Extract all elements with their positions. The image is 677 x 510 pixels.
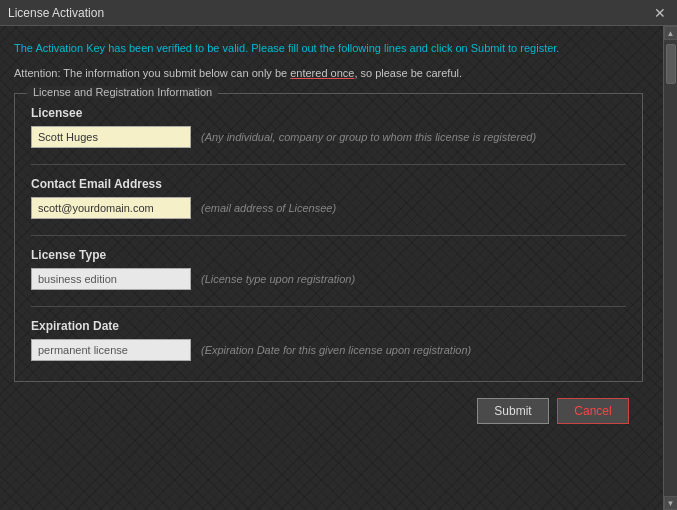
registration-box: License and Registration Information Lic… — [14, 93, 643, 382]
title-bar: License Activation ✕ — [0, 0, 677, 26]
licensee-row: (Any individual, company or group to who… — [31, 126, 626, 148]
email-label: Contact Email Address — [31, 177, 626, 191]
email-row: (email address of Licensee) — [31, 197, 626, 219]
reg-box-legend: License and Registration Information — [27, 86, 218, 98]
email-section: Contact Email Address (email address of … — [31, 177, 626, 219]
divider-1 — [31, 164, 626, 165]
license-type-section: License Type (License type upon registra… — [31, 248, 626, 290]
license-type-label: License Type — [31, 248, 626, 262]
expiration-section: Expiration Date (Expiration Date for thi… — [31, 319, 626, 361]
info-text: The Activation Key has been verified to … — [14, 40, 643, 57]
close-button[interactable]: ✕ — [651, 4, 669, 22]
licensee-label: Licensee — [31, 106, 626, 120]
attention-text: Attention: The information you submit be… — [14, 65, 643, 82]
expiration-input — [31, 339, 191, 361]
license-type-row: (License type upon registration) — [31, 268, 626, 290]
licensee-section: Licensee (Any individual, company or gro… — [31, 106, 626, 148]
scroll-down-arrow[interactable]: ▼ — [664, 496, 678, 510]
divider-2 — [31, 235, 626, 236]
cancel-button[interactable]: Cancel — [557, 398, 629, 424]
attention-suffix: , so please be careful. — [354, 67, 462, 79]
scroll-up-arrow[interactable]: ▲ — [664, 26, 678, 40]
expiration-hint: (Expiration Date for this given license … — [201, 344, 471, 356]
attention-prefix: Attention: The information you submit be… — [14, 67, 290, 79]
license-type-input — [31, 268, 191, 290]
licensee-input[interactable] — [31, 126, 191, 148]
scrollbar-thumb[interactable] — [666, 44, 676, 84]
email-input[interactable] — [31, 197, 191, 219]
button-row: Submit Cancel — [14, 398, 643, 424]
email-hint: (email address of Licensee) — [201, 202, 336, 214]
expiration-label: Expiration Date — [31, 319, 626, 333]
scrollbar-track: ▲ ▼ — [663, 26, 677, 510]
dialog-title: License Activation — [8, 6, 104, 20]
submit-button[interactable]: Submit — [477, 398, 549, 424]
divider-3 — [31, 306, 626, 307]
licensee-hint: (Any individual, company or group to who… — [201, 131, 536, 143]
attention-underline: entered once — [290, 67, 354, 79]
expiration-row: (Expiration Date for this given license … — [31, 339, 626, 361]
main-content: The Activation Key has been verified to … — [0, 26, 663, 438]
license-type-hint: (License type upon registration) — [201, 273, 355, 285]
